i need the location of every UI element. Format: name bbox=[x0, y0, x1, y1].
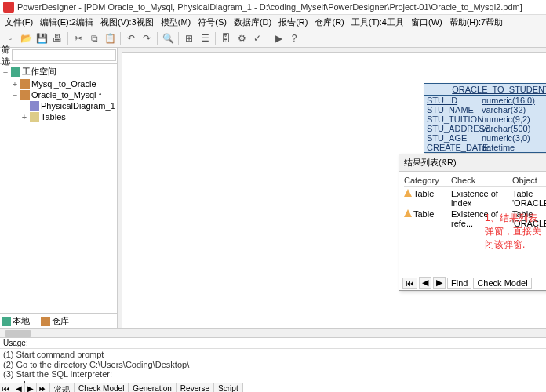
left-tabs: 本地 仓库 bbox=[0, 313, 117, 328]
menu-model[interactable]: 模型(M) bbox=[158, 16, 195, 29]
output-header: Usage: bbox=[0, 338, 546, 349]
separator bbox=[67, 32, 68, 45]
menu-edit[interactable]: 编辑(E):2编辑 bbox=[37, 16, 96, 29]
output-tabs: ⏮ ◀ ▶ ⏭ 常规 Check Model Generation Revers… bbox=[0, 383, 546, 392]
ruler bbox=[122, 48, 546, 53]
db-icon bbox=[20, 90, 30, 100]
tool-undo-icon[interactable]: ↶ bbox=[124, 31, 138, 45]
tab-general[interactable]: 常规 bbox=[50, 383, 75, 392]
result-row[interactable]: TableExistence of indexTable 'ORACLE_TO_… bbox=[404, 188, 546, 209]
tab-find[interactable]: Find bbox=[447, 278, 471, 289]
tree-item[interactable]: +Mysql_to_Oracle bbox=[2, 78, 115, 89]
dialog-title: 结果列表(&R) bbox=[404, 157, 546, 169]
title-text: PowerDesigner - [PDM Oracle_to_Mysql, Ph… bbox=[17, 2, 522, 12]
nav-prev-icon[interactable]: ◀ bbox=[419, 277, 431, 289]
separator bbox=[178, 32, 179, 45]
tool-cut-icon[interactable]: ✂ bbox=[71, 31, 86, 45]
left-panel: 筛选 ✕ ⟳ −工作空间 +Mysql_to_Oracle −Oracle_to… bbox=[0, 48, 118, 328]
tool-help-icon[interactable]: ? bbox=[287, 31, 301, 45]
scroll-thumb[interactable] bbox=[5, 330, 31, 337]
entity-row: STU_NAMEvarchar(32) bbox=[424, 105, 546, 114]
entity-row: STU_TUITIONnumeric(9,2) bbox=[424, 114, 546, 124]
tool-db-icon[interactable]: 🗄 bbox=[219, 31, 233, 45]
result-header-row: CategoryCheckObjectLocation bbox=[404, 175, 546, 187]
tool-list-icon[interactable]: ☰ bbox=[198, 31, 212, 45]
menu-repository[interactable]: 仓库(R) bbox=[311, 16, 347, 29]
tree-item[interactable]: PhysicalDiagram_1 bbox=[2, 100, 115, 111]
warning-icon bbox=[404, 189, 412, 197]
menu-file[interactable]: 文件(F) bbox=[2, 16, 36, 29]
separator bbox=[120, 32, 121, 45]
entity-row: STU_IDnumeric(16,0) bbox=[424, 96, 546, 105]
diagram-canvas[interactable]: ORACLE_TO_STUDENT STU_IDnumeric(16,0)STU… bbox=[118, 48, 546, 328]
tab-local[interactable]: 本地 bbox=[2, 315, 30, 327]
workspace-icon bbox=[11, 67, 20, 77]
tab-nav-next-icon[interactable]: ▶ bbox=[25, 383, 37, 392]
dialog-footer: ⏮ ◀ ▶ Find Check Model bbox=[402, 277, 532, 289]
tree-view[interactable]: −工作空间 +Mysql_to_Oracle −Oracle_to_Mysql … bbox=[0, 64, 117, 313]
tab-nav-prev-icon[interactable]: ◀ bbox=[13, 383, 25, 392]
separator bbox=[268, 32, 268, 45]
entity-title: ORACLE_TO_STUDENT bbox=[424, 84, 546, 96]
dialog-header: 结果列表(&R) ✕ bbox=[399, 154, 546, 172]
menu-bar: 文件(F) 编辑(E):2编辑 视图(V):3视图 模型(M) 符号(S) 数据… bbox=[0, 15, 546, 29]
menu-database[interactable]: 数据库(D) bbox=[231, 16, 275, 29]
tab-repo[interactable]: 仓库 bbox=[41, 315, 69, 327]
app-icon bbox=[3, 2, 14, 13]
separator bbox=[157, 32, 158, 45]
separator bbox=[215, 32, 216, 45]
tree-workspace[interactable]: −工作空间 bbox=[2, 65, 115, 78]
tab-nav-first-icon[interactable]: ⏮ bbox=[0, 383, 13, 392]
nav-next-icon[interactable]: ▶ bbox=[433, 277, 446, 289]
tab-check-model[interactable]: Check Model bbox=[473, 278, 531, 289]
warning-icon bbox=[404, 209, 412, 217]
entity-row: STU_ADDRESSvarchar(500) bbox=[424, 124, 546, 133]
title-bar: PowerDesigner - [PDM Oracle_to_Mysql, Ph… bbox=[0, 0, 546, 15]
tool-redo-icon[interactable]: ↷ bbox=[140, 31, 154, 45]
tree-item[interactable]: −Oracle_to_Mysql * bbox=[2, 89, 115, 100]
tool-open-icon[interactable]: 📂 bbox=[19, 31, 33, 45]
folder-icon bbox=[30, 112, 39, 122]
local-icon bbox=[2, 317, 11, 326]
tool-play-icon[interactable]: ▶ bbox=[271, 31, 286, 45]
tab-generation[interactable]: Generation bbox=[129, 383, 176, 392]
tab-reverse[interactable]: Reverse bbox=[177, 383, 214, 392]
tool-copy-icon[interactable]: ⧉ bbox=[87, 31, 101, 45]
tab-script[interactable]: Script bbox=[214, 383, 243, 392]
filter-bar: 筛选 ✕ ⟳ bbox=[0, 48, 117, 64]
tool-properties-icon[interactable]: ⊞ bbox=[182, 31, 196, 45]
filter-input[interactable] bbox=[12, 49, 116, 61]
tool-gen-icon[interactable]: ⚙ bbox=[235, 31, 249, 45]
entity-table[interactable]: ORACLE_TO_STUDENT STU_IDnumeric(16,0)STU… bbox=[424, 83, 546, 153]
tree-item[interactable]: +Tables bbox=[2, 111, 115, 122]
menu-report[interactable]: 报告(R) bbox=[275, 16, 311, 29]
horizontal-scrollbar[interactable] bbox=[0, 328, 546, 337]
menu-window[interactable]: 窗口(W) bbox=[408, 16, 446, 29]
output-body: (1) Start command prompt(2) Go to the di… bbox=[0, 349, 546, 383]
nav-first-icon[interactable]: ⏮ bbox=[402, 278, 417, 289]
tool-print-icon[interactable]: 🖶 bbox=[50, 31, 64, 45]
main-area: 筛选 ✕ ⟳ −工作空间 +Mysql_to_Oracle −Oracle_to… bbox=[0, 48, 546, 328]
divider[interactable] bbox=[118, 48, 122, 328]
tool-paste-icon[interactable]: 📋 bbox=[103, 31, 117, 45]
menu-symbol[interactable]: 符号(S) bbox=[195, 16, 230, 29]
repo-icon bbox=[41, 317, 50, 326]
menu-tools[interactable]: 工具(T):4工具 bbox=[348, 16, 407, 29]
entity-row: CREATE_DATEdatetime bbox=[424, 143, 546, 152]
tab-nav-last-icon[interactable]: ⏭ bbox=[37, 383, 50, 392]
tab-check[interactable]: Check Model bbox=[75, 383, 129, 392]
tool-save-icon[interactable]: 💾 bbox=[35, 31, 49, 45]
menu-view[interactable]: 视图(V):3视图 bbox=[97, 16, 157, 29]
entity-row: STU_AGEnumeric(3,0) bbox=[424, 133, 546, 143]
tool-find-icon[interactable]: 🔍 bbox=[161, 31, 175, 45]
toolbar: ▫ 📂 💾 🖶 ✂ ⧉ 📋 ↶ ↷ 🔍 ⊞ ☰ 🗄 ⚙ ✓ ▶ ? bbox=[0, 29, 546, 48]
menu-help[interactable]: 帮助(H):7帮助 bbox=[446, 16, 506, 29]
tool-check-icon[interactable]: ✓ bbox=[250, 31, 264, 45]
diagram-icon bbox=[30, 101, 39, 111]
output-panel: Usage: (1) Start command prompt(2) Go to… bbox=[0, 337, 546, 392]
db-icon bbox=[20, 79, 30, 89]
annotation-text: 1、结果列表弹窗，直接关闭该弹窗. bbox=[485, 212, 546, 252]
